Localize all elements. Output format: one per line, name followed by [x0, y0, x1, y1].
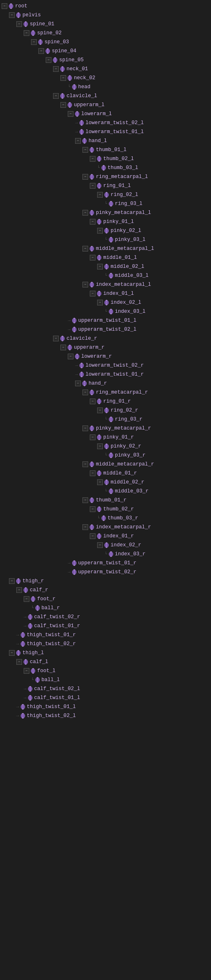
tree-item-middle_03_l[interactable]: └ middle_03_l [0, 271, 211, 280]
expand-btn-61[interactable]: − [97, 542, 103, 548]
expand-btn-73[interactable]: − [9, 650, 15, 656]
tree-item-middle_01_r[interactable]: − middle_01_r [0, 469, 211, 478]
tree-item-thumb_03_r[interactable]: └ thumb_03_r [0, 514, 211, 523]
expand-btn-28[interactable]: − [82, 246, 88, 252]
tree-item-spine_05[interactable]: − spine_05 [0, 56, 211, 65]
tree-item-pinky_01_r[interactable]: − pinky_01_r [0, 433, 211, 442]
expand-btn-26[interactable]: − [97, 228, 103, 234]
expand-btn-38[interactable]: − [53, 336, 59, 341]
tree-item-upperarm_twist_01_r[interactable]: → upperarm_twist_01_r [0, 559, 211, 568]
tree-item-lowerarm_r[interactable]: − lowerarm_r [0, 352, 211, 361]
tree-item-index_03_l[interactable]: └ index_03_l [0, 307, 211, 316]
expand-btn-17[interactable]: − [82, 147, 88, 153]
expand-btn-57[interactable]: − [90, 506, 96, 512]
expand-btn-53[interactable]: − [90, 470, 96, 476]
tree-item-thumb_03_l[interactable]: └ thumb_03_l [0, 163, 211, 172]
expand-btn-11[interactable]: − [53, 93, 59, 99]
expand-btn-6[interactable]: − [38, 48, 44, 54]
tree-item-thumb_01_l[interactable]: − thumb_01_l [0, 145, 211, 154]
expand-btn-39[interactable]: − [60, 345, 66, 350]
tree-item-middle_02_l[interactable]: − middle_02_l [0, 262, 211, 271]
tree-item-pelvis[interactable]: − pelvis [0, 11, 211, 20]
expand-btn-8[interactable]: − [53, 66, 59, 72]
tree-item-spine_02[interactable]: − spine_02 [0, 29, 211, 38]
expand-btn-29[interactable]: − [90, 255, 96, 261]
expand-btn-43[interactable]: − [75, 381, 81, 386]
tree-item-middle_03_r[interactable]: └ middle_03_r [0, 487, 211, 496]
tree-item-pinky_metacarpal_r[interactable]: − pinky_metacarpal_r [0, 424, 211, 433]
tree-item-spine_03[interactable]: − spine_03 [0, 38, 211, 47]
expand-btn-25[interactable]: − [90, 219, 96, 225]
tree-item-clavicle_r[interactable]: − clavicle_r [0, 334, 211, 343]
tree-item-ball_l[interactable]: └ ball_l [0, 675, 211, 684]
expand-btn-21[interactable]: − [90, 183, 96, 189]
expand-btn-50[interactable]: − [97, 443, 103, 449]
tree-item-neck_01[interactable]: − neck_01 [0, 65, 211, 74]
expand-btn-56[interactable]: − [82, 497, 88, 503]
tree-item-pinky_01_l[interactable]: − pinky_01_l [0, 217, 211, 226]
tree-item-ball_r[interactable]: └ ball_r [0, 604, 211, 612]
expand-btn-12[interactable]: − [60, 102, 66, 108]
tree-item-root[interactable]: − root [0, 2, 211, 11]
expand-btn-48[interactable]: − [82, 425, 88, 431]
expand-btn-7[interactable]: − [46, 57, 51, 63]
tree-item-ring_03_l[interactable]: └ ring_03_l [0, 199, 211, 208]
tree-item-calf_twist_02_r[interactable]: → calf_twist_02_r [0, 612, 211, 621]
tree-item-lowerarm_twist_02_l[interactable]: → lowerarm_twist_02_l [0, 118, 211, 127]
tree-item-ring_metacarpal_r[interactable]: − ring_metacarpal_r [0, 388, 211, 397]
expand-btn-32[interactable]: − [82, 282, 88, 287]
tree-item-hand_l[interactable]: − hand_l [0, 136, 211, 145]
expand-btn-67[interactable]: − [24, 596, 29, 602]
tree-item-foot_l[interactable]: − foot_l [0, 666, 211, 675]
tree-item-middle_metacarpal_l[interactable]: − middle_metacarpal_l [0, 244, 211, 253]
expand-btn-49[interactable]: − [90, 434, 96, 440]
expand-btn-40[interactable]: − [68, 354, 73, 359]
tree-item-ring_metacarpal_l[interactable]: − ring_metacarpal_l [0, 172, 211, 181]
expand-btn-45[interactable]: − [90, 399, 96, 404]
tree-item-upperarm_l[interactable]: − upperarm_l [0, 100, 211, 109]
tree-item-ring_02_r[interactable]: − ring_02_r [0, 406, 211, 415]
expand-btn-16[interactable]: − [75, 138, 81, 144]
tree-item-lowerarm_l[interactable]: − lowerarm_l [0, 109, 211, 118]
expand-btn-54[interactable]: − [97, 479, 103, 485]
tree-item-thigh_r[interactable]: − thigh_r [0, 577, 211, 586]
expand-btn-75[interactable]: − [24, 668, 29, 674]
tree-item-thigh_twist_02_l[interactable]: → thigh_twist_02_l [0, 711, 211, 720]
tree-item-index_03_r[interactable]: └ index_03_r [0, 550, 211, 559]
tree-item-middle_02_r[interactable]: − middle_02_r [0, 478, 211, 487]
tree-item-foot_r[interactable]: − foot_r [0, 595, 211, 604]
expand-btn-24[interactable]: − [82, 210, 88, 216]
expand-btn-22[interactable]: − [97, 192, 103, 198]
tree-item-ring_01_r[interactable]: − ring_01_r [0, 397, 211, 406]
expand-btn-13[interactable]: − [68, 111, 73, 117]
expand-btn-59[interactable]: − [82, 524, 88, 530]
tree-item-pinky_02_r[interactable]: − pinky_02_r [0, 442, 211, 451]
expand-btn-1[interactable]: − [2, 3, 7, 9]
expand-btn-18[interactable]: − [90, 156, 96, 162]
tree-item-index_02_r[interactable]: − index_02_r [0, 541, 211, 550]
tree-item-index_metacarpal_r[interactable]: − index_metacarpal_r [0, 523, 211, 532]
tree-item-thigh_twist_02_r[interactable]: → thigh_twist_02_r [0, 639, 211, 648]
expand-btn-60[interactable]: − [90, 533, 96, 539]
expand-btn-2[interactable]: − [9, 12, 15, 18]
tree-item-spine_01[interactable]: − spine_01 [0, 20, 211, 29]
expand-btn-34[interactable]: − [97, 300, 103, 305]
tree-item-calf_r[interactable]: − calf_r [0, 586, 211, 595]
tree-item-ring_02_l[interactable]: − ring_02_l [0, 190, 211, 199]
tree-item-thigh_twist_01_l[interactable]: → thigh_twist_01_l [0, 702, 211, 711]
tree-item-calf_l[interactable]: − calf_l [0, 657, 211, 666]
expand-btn-30[interactable]: − [97, 264, 103, 270]
expand-btn-4[interactable]: − [24, 30, 29, 36]
tree-item-pinky_02_l[interactable]: − pinky_02_l [0, 226, 211, 235]
tree-item-index_02_l[interactable]: − index_02_l [0, 298, 211, 307]
tree-item-thigh_twist_01_r[interactable]: → thigh_twist_01_r [0, 630, 211, 639]
expand-btn-44[interactable]: − [82, 390, 88, 395]
expand-btn-33[interactable]: − [90, 291, 96, 296]
tree-item-index_01_r[interactable]: − index_01_r [0, 532, 211, 541]
tree-item-thumb_01_r[interactable]: − thumb_01_r [0, 496, 211, 505]
expand-btn-5[interactable]: − [31, 39, 37, 45]
tree-item-ring_03_r[interactable]: └ ring_03_r [0, 415, 211, 424]
tree-item-upperarm_twist_02_l[interactable]: → upperarm_twist_02_l [0, 325, 211, 334]
expand-btn-20[interactable]: − [82, 174, 88, 180]
tree-item-head[interactable]: └ head [0, 82, 211, 91]
